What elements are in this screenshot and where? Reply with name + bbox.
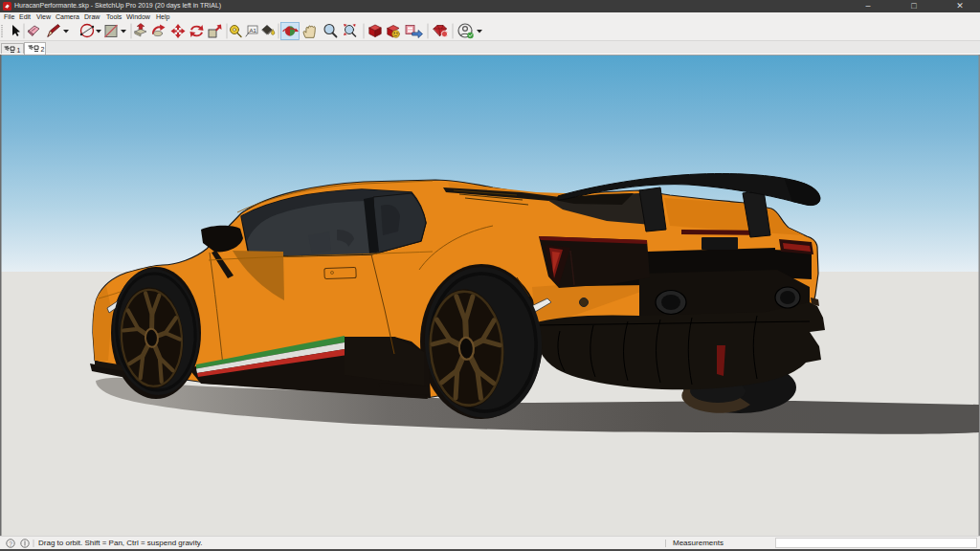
svg-text:1: 1 xyxy=(17,47,21,54)
svg-text:2: 2 xyxy=(41,46,45,53)
svg-text:?: ? xyxy=(9,540,12,547)
svg-text:A1: A1 xyxy=(250,28,257,33)
